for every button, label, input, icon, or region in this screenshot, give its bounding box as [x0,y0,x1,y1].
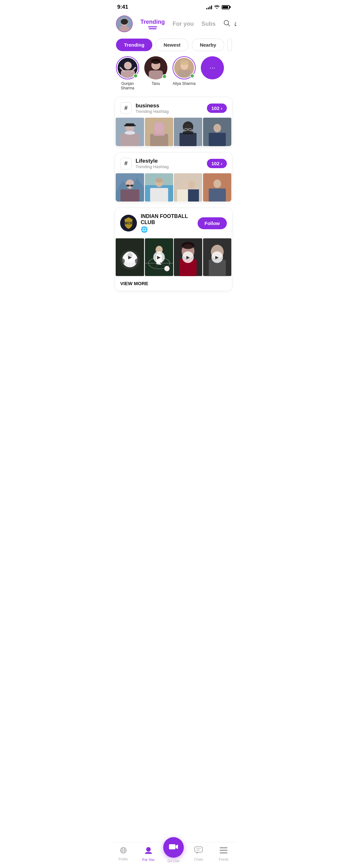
story-ring-tanu [144,56,167,80]
photo-lifestyle-1[interactable] [116,173,144,202]
svg-rect-36 [183,131,193,134]
story-item-gunjan[interactable]: Gunjan Sharma [116,56,139,90]
online-indicator [162,74,167,79]
stories-row: Gunjan Sharma Tanu [111,56,236,97]
filter-more[interactable] [227,38,232,51]
svg-rect-63 [209,188,226,202]
svg-point-30 [153,122,164,133]
club-card: WCR INDIAN FOOTBALL CLUB 🌐 Follow [115,208,232,291]
story-item-aliya[interactable]: Aliya Sharma [172,56,196,90]
photo-lifestyle-4[interactable] [203,173,232,202]
play-button[interactable]: ▶ [124,251,135,263]
svg-point-83 [182,242,194,249]
svg-point-57 [188,181,195,188]
svg-line-5 [228,24,230,26]
card-title: business [135,102,203,109]
photo-cell-1[interactable] [116,118,144,146]
story-name-aliya: Aliya Sharma [172,81,195,86]
filter-newest[interactable]: Newest [156,38,189,51]
search-icon[interactable] [223,20,230,28]
svg-rect-31 [153,132,164,136]
crown-icon[interactable] [234,20,236,28]
play-button-3[interactable]: ▶ [182,251,194,263]
svg-rect-25 [124,125,135,126]
video-cell-3[interactable]: ▶ [174,238,202,276]
club-name: INDIAN FOOTBALL CLUB [141,213,194,225]
hashtag-icon-lifestyle: # [120,158,132,169]
svg-rect-42 [209,133,226,146]
header: Trending For you Subs [111,13,236,36]
photo-cell-2[interactable] [145,118,174,146]
club-header: WCR INDIAN FOOTBALL CLUB 🌐 Follow [115,208,232,238]
online-indicator [190,73,194,78]
status-time: 9:41 [117,4,128,10]
photo-cell-3[interactable] [174,118,202,146]
svg-point-62 [213,179,221,188]
play-button-4[interactable]: ▶ [212,251,223,263]
photo-cell-4[interactable] [203,118,232,146]
svg-point-15 [151,59,160,64]
card-subtitle-lifestyle: Trending Hashtag [135,164,203,169]
signal-icon [206,5,212,9]
avatar[interactable] [116,16,133,32]
card-title-group-lifestyle: Lifestyle Trending Hashtag [135,158,203,169]
card-title-group: business Trending Hashtag [135,102,203,114]
svg-text:WCR: WCR [125,221,133,225]
card-subtitle: Trending Hashtag [135,109,203,114]
hashtag-card-business: # business Trending Hashtag 102 › [115,97,232,147]
count-badge-lifestyle[interactable]: 102 › [207,159,227,168]
tab-subs[interactable]: Subs [198,19,219,29]
svg-rect-18 [178,70,191,78]
svg-point-19 [180,60,189,65]
svg-point-56 [181,181,188,188]
club-logo: WCR [120,215,137,231]
story-name-gunjan: Gunjan Sharma [116,81,139,90]
svg-rect-34 [180,133,197,146]
svg-rect-14 [149,70,163,80]
video-grid: ▶ ▶ [115,238,232,276]
header-icons [223,20,236,28]
svg-point-26 [125,131,135,135]
svg-rect-59 [177,189,188,202]
count-badge-business[interactable]: 102 › [207,103,227,113]
svg-rect-9 [121,70,135,78]
play-button-2[interactable]: ▶ [153,251,165,263]
story-ring-aliya [172,56,196,80]
online-indicator [133,73,138,78]
story-item-tanu[interactable]: Tanu [144,56,167,90]
photo-lifestyle-2[interactable] [145,173,174,202]
svg-point-79 [164,266,170,272]
view-more-button[interactable]: VIEW MORE [115,276,232,290]
tab-for-you[interactable]: For you [169,19,198,29]
svg-rect-6 [235,25,236,26]
battery-icon [222,5,230,9]
svg-point-8 [124,62,132,69]
card-header-lifestyle: # Lifestyle Trending Hashtag 102 › [115,153,232,173]
svg-point-54 [155,178,163,183]
filter-nearby[interactable]: Nearby [192,38,224,51]
photo-grid-business [115,118,232,147]
story-item-more[interactable]: ··· [201,56,224,90]
card-header-business: # business Trending Hashtag 102 › [115,97,232,118]
wifi-icon [214,4,220,10]
svg-point-41 [213,124,221,132]
svg-rect-53 [150,188,168,202]
svg-rect-60 [188,189,199,202]
club-info: INDIAN FOOTBALL CLUB 🌐 [141,213,194,233]
hashtag-icon: # [120,102,132,114]
video-cell-4[interactable]: ▶ [203,238,232,276]
follow-button[interactable]: Follow [198,217,227,229]
photo-grid-lifestyle [115,173,232,203]
nav-tabs: Trending For you Subs [136,18,219,31]
club-meta: 🌐 [141,226,194,233]
filter-trending[interactable]: Trending [116,38,152,51]
story-name-tanu: Tanu [152,81,160,86]
tab-trending[interactable]: Trending [136,18,169,31]
status-icons [206,4,230,10]
photo-lifestyle-3[interactable] [174,173,202,202]
video-cell-1[interactable]: ▶ [116,238,144,276]
hashtag-card-lifestyle: # Lifestyle Trending Hashtag 102 › [115,152,232,203]
more-stories-button[interactable]: ··· [201,56,224,80]
video-cell-2[interactable]: ▶ [145,238,174,276]
svg-point-35 [183,122,193,132]
